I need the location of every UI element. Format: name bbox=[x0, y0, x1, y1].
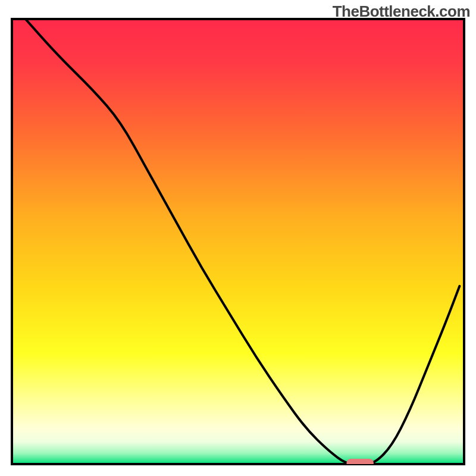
bottleneck-chart: TheBottleneck.com bbox=[0, 0, 476, 476]
optimal-marker bbox=[346, 459, 374, 467]
gradient-background bbox=[12, 19, 464, 464]
plot-svg bbox=[0, 0, 476, 476]
